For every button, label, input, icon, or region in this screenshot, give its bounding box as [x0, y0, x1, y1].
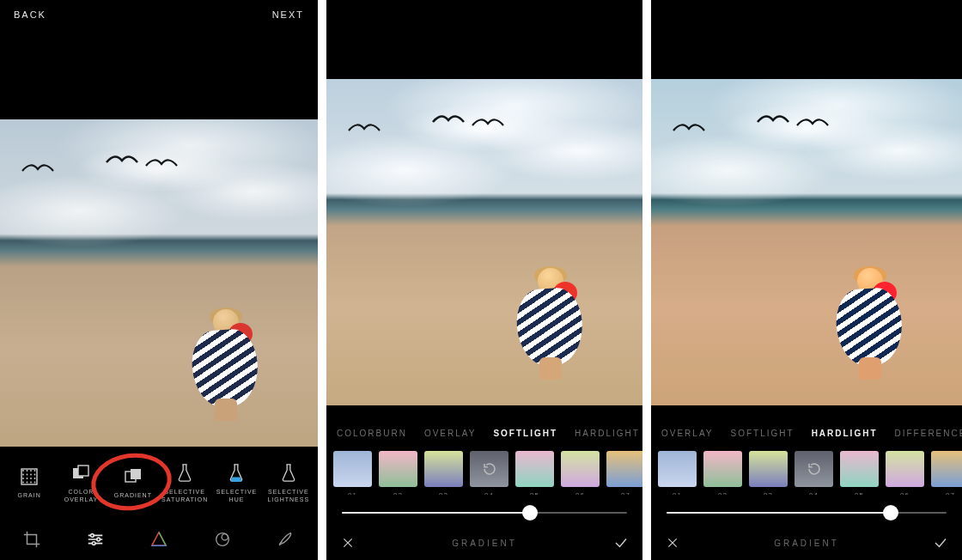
confirm-button[interactable]	[931, 533, 950, 552]
tab-crop[interactable]	[21, 528, 43, 551]
tool-row: GRAINCOLOR OVERLAYGRADIENTSELECTIVE SATU…	[0, 455, 318, 510]
bird-icon	[756, 113, 790, 131]
tab-brush[interactable]	[275, 528, 297, 551]
tool-grain[interactable]: GRAIN	[3, 466, 55, 499]
svg-point-1	[22, 471, 24, 472]
blend-mode-hardlight[interactable]: HARDLIGHT	[575, 429, 640, 438]
photo-preview	[326, 79, 642, 405]
blend-mode-row: OVERLAYSOFTLIGHTHARDLIGHTDIFFERENCE	[651, 421, 962, 445]
tool-gradient[interactable]: GRADIENT	[107, 466, 159, 499]
bird-icon	[347, 122, 381, 139]
gradient-swatch-row: 01020304050607	[326, 443, 642, 495]
gradient-swatch-row: 01020304050607	[651, 443, 962, 495]
gradient-swatch-04[interactable]: 04	[470, 451, 508, 487]
blend-mode-overlay[interactable]: OVERLAY	[424, 429, 477, 438]
tool-label: GRADIENT	[114, 492, 152, 499]
blend-mode-softlight[interactable]: SOFTLIGHT	[493, 429, 557, 438]
intensity-slider[interactable]	[342, 505, 627, 520]
tool-selective-saturation[interactable]: SELECTIVE SATURATION	[159, 462, 210, 502]
action-bar: GRADIENT	[651, 526, 962, 560]
selective-lightness-icon	[277, 462, 300, 484]
gradient-swatch-05[interactable]: 05	[840, 451, 879, 487]
photo-preview	[0, 119, 318, 447]
blend-mode-hardlight[interactable]: HARDLIGHT	[812, 429, 878, 438]
tool-selective-lightness[interactable]: SELECTIVE LIGHTNESS	[263, 462, 314, 502]
selective-hue-icon	[225, 462, 247, 484]
gradient-swatch-07[interactable]: 07	[931, 451, 962, 487]
gradient-icon	[122, 466, 144, 488]
tool-color-overlay[interactable]: COLOR OVERLAY	[55, 462, 107, 502]
svg-point-4	[34, 471, 36, 472]
tool-selective-hue[interactable]: SELECTIVE HUE	[210, 462, 262, 502]
swatch-number: 04	[470, 491, 508, 495]
svg-point-3	[30, 471, 32, 472]
swatch-number: 06	[561, 491, 600, 495]
svg-point-22	[97, 538, 100, 541]
top-nav: BACK NEXT	[0, 0, 318, 29]
refresh-icon	[795, 451, 833, 487]
gradient-swatch-04[interactable]: 04	[795, 451, 833, 487]
panel-title: GRADIENT	[774, 539, 839, 548]
svg-point-6	[27, 474, 28, 476]
intensity-slider[interactable]	[667, 505, 947, 520]
gradient-swatch-02[interactable]: 02	[379, 451, 417, 487]
swatch-number: 03	[424, 491, 463, 495]
gradient-swatch-01[interactable]: 01	[333, 451, 372, 487]
blend-mode-colorburn[interactable]: COLORBURN	[337, 429, 407, 438]
bird-icon	[144, 157, 179, 174]
tab-adjust[interactable]	[84, 528, 107, 551]
swatch-number: 02	[379, 491, 417, 495]
bird-icon	[431, 113, 466, 131]
blend-mode-overlay[interactable]: OVERLAY	[661, 429, 714, 438]
gradient-swatch-01[interactable]: 01	[658, 451, 697, 487]
svg-rect-20	[131, 469, 141, 479]
svg-point-2	[27, 471, 28, 472]
tool-label: GRAIN	[18, 492, 41, 499]
bird-icon	[105, 154, 139, 171]
tab-orb[interactable]	[211, 528, 234, 551]
gradient-swatch-06[interactable]: 06	[561, 451, 600, 487]
gradient-swatch-06[interactable]: 06	[886, 451, 924, 487]
swatch-number: 07	[606, 491, 642, 495]
svg-point-21	[91, 534, 94, 538]
selective-saturation-icon	[174, 462, 196, 484]
gradient-swatch-05[interactable]: 05	[515, 451, 554, 487]
svg-point-5	[22, 474, 24, 476]
swatch-number: 04	[795, 491, 833, 495]
svg-point-8	[34, 474, 36, 476]
tool-label: COLOR OVERLAY	[64, 489, 99, 502]
swatch-number: 05	[840, 491, 879, 495]
screen-tool-picker: BACK NEXT GRAINCOLOR OVERLAYGRADIENTSELE…	[0, 0, 318, 560]
gradient-swatch-03[interactable]: 03	[749, 451, 788, 487]
action-bar: GRADIENT	[326, 526, 642, 560]
svg-point-12	[34, 478, 36, 480]
gradient-swatch-02[interactable]: 02	[703, 451, 742, 487]
panel-title: GRADIENT	[452, 539, 517, 548]
swatch-number: 03	[749, 491, 788, 495]
blend-mode-softlight[interactable]: SOFTLIGHT	[731, 429, 795, 438]
blend-mode-difference[interactable]: DIFFERENCE	[895, 429, 962, 438]
gradient-swatch-03[interactable]: 03	[424, 451, 463, 487]
photo-preview	[651, 79, 962, 405]
tool-label: SELECTIVE HUE	[216, 489, 258, 502]
swatch-number: 05	[515, 491, 554, 495]
svg-point-15	[30, 482, 32, 484]
cancel-button[interactable]	[338, 533, 357, 552]
bird-icon	[672, 122, 706, 139]
bird-icon	[21, 162, 55, 180]
swatch-number: 01	[333, 491, 372, 495]
bird-icon	[795, 117, 830, 134]
bottom-tab-bar	[0, 519, 318, 560]
photo-subject	[514, 268, 582, 380]
color-overlay-icon	[70, 462, 92, 484]
blend-mode-row: COLORBURNOVERLAYSOFTLIGHTHARDLIGHT	[326, 421, 642, 445]
cancel-button[interactable]	[663, 533, 682, 552]
next-button[interactable]: NEXT	[272, 9, 304, 20]
confirm-button[interactable]	[612, 533, 630, 552]
back-button[interactable]: BACK	[14, 9, 46, 20]
tool-label: SELECTIVE SATURATION	[161, 489, 208, 502]
gradient-swatch-07[interactable]: 07	[606, 451, 642, 487]
tab-prism[interactable]	[148, 528, 170, 551]
svg-rect-18	[78, 466, 88, 476]
svg-point-25	[222, 534, 228, 540]
